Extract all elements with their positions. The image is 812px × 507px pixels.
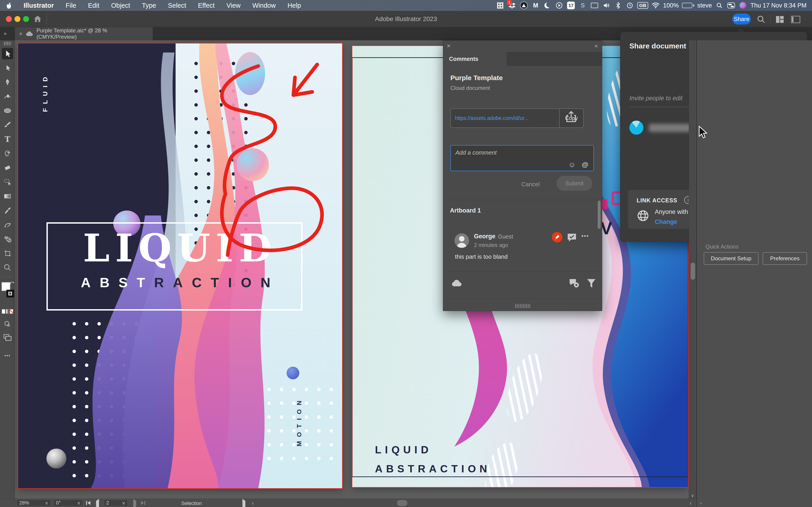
menu-window[interactable]: Window	[247, 0, 282, 11]
show-comments-icon[interactable]	[569, 279, 580, 289]
swap-fill-stroke-icon[interactable]	[9, 281, 14, 285]
bluetooth-icon[interactable]	[614, 1, 622, 10]
workspace-switcher-icon[interactable]	[776, 16, 784, 24]
rotate-tool[interactable]	[2, 148, 13, 159]
menu-effect[interactable]: Effect	[192, 0, 221, 11]
panel-layout-icon[interactable]	[791, 16, 800, 24]
zoom-tool[interactable]	[2, 262, 13, 273]
change-link[interactable]: Change	[655, 218, 677, 225]
control-center-icon[interactable]	[727, 1, 735, 10]
play-circle-icon[interactable]	[555, 1, 563, 10]
last-artboard-button[interactable]	[141, 501, 145, 505]
zoom-level-select[interactable]: 28% ∨	[17, 500, 51, 506]
stroke-swatch[interactable]	[6, 290, 14, 297]
calendar-icon[interactable]: 17	[567, 1, 575, 10]
pin-annotation-icon[interactable]	[552, 232, 562, 242]
direct-selection-tool[interactable]	[2, 62, 13, 73]
panel-collapse-icon[interactable]: «	[595, 42, 598, 49]
scroll-down-chevron[interactable]: ∨	[691, 493, 694, 498]
symbol-sprayer-tool[interactable]	[2, 219, 13, 230]
tab-close-icon[interactable]: ×	[19, 30, 22, 37]
menu-illustrator[interactable]: Illustrator	[18, 0, 60, 11]
scroll-right-chevron[interactable]: ›	[690, 500, 692, 506]
comment-input[interactable]: Add a comment ☺ @	[450, 145, 594, 171]
panel-close-icon[interactable]: ×	[447, 42, 450, 50]
tab-comments[interactable]: Comments	[443, 52, 507, 66]
gradient-button[interactable]	[6, 309, 9, 314]
display-icon[interactable]	[590, 1, 599, 10]
dnd-moon-icon[interactable]	[543, 1, 552, 10]
horizontal-scroll-thumb[interactable]	[397, 500, 407, 506]
first-artboard-button[interactable]	[86, 501, 90, 505]
comment-item[interactable]: George Guest 2 minutes ago ••• this part…	[443, 231, 602, 269]
status-play-icon[interactable]	[242, 501, 245, 507]
color-button[interactable]	[2, 309, 5, 314]
mamp-icon[interactable]: M	[531, 1, 540, 10]
comment-more-icon[interactable]: •••	[581, 232, 589, 239]
document-tab[interactable]: × Purple Template.aic* @ 28 % (CMYK/Prev…	[15, 27, 153, 40]
menubar-clock[interactable]: Thu 17 Nov 8:34 PM	[750, 2, 807, 9]
search-icon[interactable]	[757, 15, 765, 24]
panel-expand-icon[interactable]: »	[4, 30, 7, 37]
draw-mode-button[interactable]	[2, 319, 13, 330]
share-link-url[interactable]: https://assets.adobe.com/id/ur...	[451, 115, 559, 121]
battery-icon[interactable]	[682, 1, 694, 10]
filter-comments-icon[interactable]	[587, 279, 596, 289]
submit-button[interactable]: Submit	[556, 176, 592, 191]
grid-menulet-icon[interactable]	[496, 1, 505, 10]
shape-builder-tool[interactable]	[2, 233, 13, 245]
siri-icon[interactable]	[739, 1, 747, 10]
eraser-tool[interactable]	[2, 162, 13, 173]
panel-resize-handle[interactable]	[515, 304, 530, 308]
color-gradient-none[interactable]	[2, 309, 13, 314]
artboard-tool[interactable]	[2, 247, 13, 259]
more-tools-button[interactable]: •••	[2, 350, 13, 361]
next-artboard-button[interactable]	[133, 501, 136, 507]
curvature-tool[interactable]	[2, 91, 13, 102]
artboard-number-select[interactable]: 2 ∨	[104, 500, 128, 506]
toolbar-drag-handle[interactable]	[4, 42, 11, 45]
rotation-select[interactable]: 0° ∨	[53, 500, 83, 506]
preferences-button[interactable]: Preferences	[763, 252, 807, 265]
ellipse-tool[interactable]	[2, 105, 13, 116]
pen-tool[interactable]	[2, 76, 13, 88]
resolve-comment-icon[interactable]	[567, 232, 577, 243]
artboard-1[interactable]: FLUID LIQUID ABSTRACTION MOTION	[18, 44, 342, 488]
s-menulet-icon[interactable]: S	[578, 1, 587, 10]
gradient-tool[interactable]	[2, 190, 13, 202]
mention-icon[interactable]: @	[582, 161, 589, 168]
screen-mode-button[interactable]	[2, 332, 13, 343]
lasso-tool[interactable]	[2, 176, 13, 188]
menu-select[interactable]: Select	[162, 0, 192, 11]
wifi-icon[interactable]	[651, 1, 660, 10]
menu-edit[interactable]: Edit	[82, 0, 105, 11]
eyedropper-tool[interactable]	[2, 205, 13, 216]
emoji-icon[interactable]: ☺	[568, 161, 576, 169]
panel-corner-chevron[interactable]: ›	[700, 500, 702, 506]
dropbox-icon[interactable]: 1	[508, 1, 516, 10]
cancel-button[interactable]: Cancel	[521, 181, 540, 188]
document-setup-button[interactable]: Document Setup	[704, 252, 759, 265]
none-button[interactable]	[10, 309, 13, 314]
selection-tool[interactable]	[2, 48, 13, 59]
username-label[interactable]: steve	[697, 2, 712, 9]
menu-file[interactable]: File	[60, 0, 82, 11]
comments-scrollbar[interactable]	[598, 201, 601, 229]
input-source-badge[interactable]: GB	[637, 1, 648, 10]
time-machine-icon[interactable]	[625, 1, 634, 10]
volume-icon[interactable]	[602, 1, 611, 10]
menu-object[interactable]: Object	[105, 0, 136, 11]
menu-type[interactable]: Type	[136, 0, 162, 11]
canvas-vertical-scrollbar[interactable]: ∨	[689, 40, 697, 499]
menu-help[interactable]: Help	[282, 0, 307, 11]
apple-menu[interactable]	[0, 0, 18, 11]
status-chevron-left[interactable]: ‹	[252, 500, 254, 506]
vertical-scroll-thumb[interactable]	[691, 263, 695, 280]
spotlight-icon[interactable]	[715, 1, 724, 10]
share-export-icon[interactable]	[566, 111, 576, 122]
paintbrush-tool[interactable]	[2, 119, 13, 130]
share-link-field[interactable]: https://assets.adobe.com/id/ur... Copy	[450, 108, 583, 128]
previous-artboard-button[interactable]	[96, 501, 99, 507]
share-button[interactable]: Share	[732, 13, 751, 24]
triangle-circle-icon[interactable]	[519, 1, 528, 10]
